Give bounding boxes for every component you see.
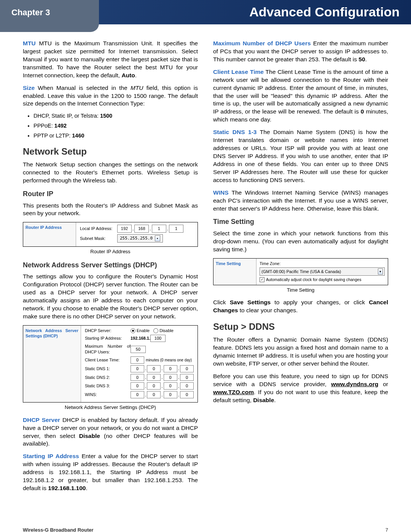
chapter-label: Chapter 3 <box>0 0 99 32</box>
starting-ip-paragraph: Starting IP Address Enter a value for th… <box>23 452 198 492</box>
wins-label: WINS: <box>85 392 131 398</box>
static-dns3-label: Static DNS 3: <box>85 383 131 389</box>
static-dns1-label: Static DNS 1: <box>85 366 131 372</box>
size-paragraph: Size When Manual is selected in the MTU … <box>23 84 198 108</box>
page-number: 7 <box>386 527 388 532</box>
product-name: Wireless-G Broadband Router <box>23 527 94 532</box>
ip-octet-1[interactable]: 192 <box>117 225 132 233</box>
time-setting-heading: Time Setting <box>213 217 388 226</box>
figure-caption: Router IP Address <box>23 248 198 255</box>
dns-octet[interactable]: 0 <box>147 382 161 390</box>
dns-octet[interactable]: 0 <box>180 382 194 390</box>
figure-side-label: Router IP Address <box>23 222 76 246</box>
size-list: DHCP, Static IP, or Telstra: 1500 PPPoE:… <box>27 112 198 139</box>
page-body: MTU MTU is the Maximum Transmission Unit… <box>0 24 411 523</box>
figure-side-label: Network Address Server Settings (DHCP) <box>23 326 81 403</box>
figure-router-ip: Router IP Address Local IP Address: 192.… <box>23 222 198 247</box>
wins-octet[interactable]: 0 <box>131 391 144 398</box>
max-users-input[interactable]: 50 <box>131 346 146 353</box>
page-footer: Wireless-G Broadband Router 7 <box>0 523 411 532</box>
list-item: DHCP, Static IP, or Telstra: 1500 <box>33 112 198 120</box>
ddns-paragraph-2: Before you can use this feature, you nee… <box>213 372 388 404</box>
dhcp-server-option-paragraph: DHCP Server DHCP is enabled by factory d… <box>23 416 198 448</box>
wins-octet[interactable]: 0 <box>147 391 161 398</box>
dns-octet[interactable]: 0 <box>164 382 177 390</box>
dns-octet[interactable]: 0 <box>180 374 194 381</box>
starting-ip-label: Starting IP Address: <box>85 335 131 341</box>
static-dns-paragraph: Static DNS 1-3 The Domain Name System (D… <box>213 128 388 184</box>
dst-checkbox-row[interactable]: ✓ Automatically adjust clock for dayligh… <box>260 277 385 282</box>
dhcp-enable-radio[interactable]: Enable <box>131 328 150 334</box>
max-users-paragraph: Maximum Number of DHCP Users Enter the m… <box>213 40 388 64</box>
dhcp-paragraph: The settings allow you to configure the … <box>23 273 198 321</box>
figure-dhcp: Network Address Server Settings (DHCP) D… <box>23 325 198 403</box>
dns-octet[interactable]: 0 <box>164 365 177 372</box>
dhcp-server-label: DHCP Server: <box>85 328 131 334</box>
size-term: Size <box>23 85 35 91</box>
figure-caption: Time Setting <box>213 287 388 294</box>
timezone-select[interactable]: (GMT-08:00) Pacific Time (USA & Canada) … <box>260 267 385 276</box>
lease-time-paragraph: Client Lease Time The Client Lease Time … <box>213 68 388 124</box>
wins-paragraph: WINS The Windows Internet Naming Service… <box>213 189 388 213</box>
page-title: Advanced Configuration <box>249 5 400 19</box>
static-dns2-label: Static DNS 2: <box>85 375 131 380</box>
ip-octet-3[interactable]: 1 <box>152 225 166 233</box>
local-ip-label: Local IP Address: <box>80 226 117 232</box>
mtu-paragraph: MTU MTU is the Maximum Transmission Unit… <box>23 40 198 80</box>
mtu-term: MTU <box>23 40 36 46</box>
starting-ip-input[interactable]: 100 <box>150 335 166 342</box>
dns-octet[interactable]: 0 <box>131 365 144 372</box>
ip-octet-2[interactable]: 168 <box>134 225 149 233</box>
subnet-mask-select[interactable]: 255.255.255.0 ▾ <box>117 234 163 243</box>
figure-time-setting: Time Setting Time Zone: (GMT-08:00) Paci… <box>213 258 388 285</box>
timezone-label: Time Zone: <box>260 261 385 267</box>
router-ip-paragraph: This presents both the Router's IP Addre… <box>23 202 198 218</box>
subnet-mask-label: Subnet Mask: <box>80 236 117 241</box>
figure-caption: Network Address Server Settings (DHCP) <box>23 404 198 411</box>
save-changes-paragraph: Click Save Settings to apply your change… <box>213 299 388 315</box>
time-setting-paragraph: Select the time zone in which your netwo… <box>213 230 388 254</box>
dhcp-heading: Network Address Server Settings (DHCP) <box>23 260 198 270</box>
network-setup-paragraph: The Network Setup section changes the se… <box>23 161 198 185</box>
ddns-paragraph-1: The Router offers a Dynamic Domain Name … <box>213 336 388 368</box>
list-item: PPPoE: 1492 <box>33 122 198 130</box>
wins-octet[interactable]: 0 <box>164 391 177 398</box>
ip-octet-4[interactable]: 1 <box>169 225 183 233</box>
network-setup-heading: Network Setup <box>23 145 198 158</box>
dhcp-disable-radio[interactable]: Disable <box>153 328 174 334</box>
lease-time-input[interactable]: 0 <box>131 356 144 364</box>
dns-octet[interactable]: 0 <box>131 374 144 381</box>
figure-side-label: Time Setting <box>213 259 256 285</box>
lease-time-label: Client Lease Time: <box>85 357 131 363</box>
checkbox-icon: ✓ <box>260 277 264 282</box>
page-header: Chapter 3 Advanced Configuration <box>0 0 411 24</box>
dns-octet[interactable]: 0 <box>164 374 177 381</box>
chevron-down-icon: ▾ <box>155 235 160 241</box>
chevron-down-icon: ▾ <box>378 268 383 275</box>
wins-octet[interactable]: 0 <box>180 391 194 398</box>
link-tzo[interactable]: www.TZO.com <box>213 389 254 395</box>
ddns-heading: Setup > DDNS <box>213 321 388 333</box>
dns-octet[interactable]: 0 <box>131 382 144 390</box>
router-ip-heading: Router IP <box>23 189 198 198</box>
max-users-label: Maximum Number of DHCP Users: <box>85 343 131 355</box>
link-dyndns[interactable]: www.dyndns.org <box>331 381 378 387</box>
dns-octet[interactable]: 0 <box>147 374 161 381</box>
dns-octet[interactable]: 0 <box>180 365 194 372</box>
list-item: PPTP or L2TP: 1460 <box>33 132 198 140</box>
dns-octet[interactable]: 0 <box>147 365 161 372</box>
